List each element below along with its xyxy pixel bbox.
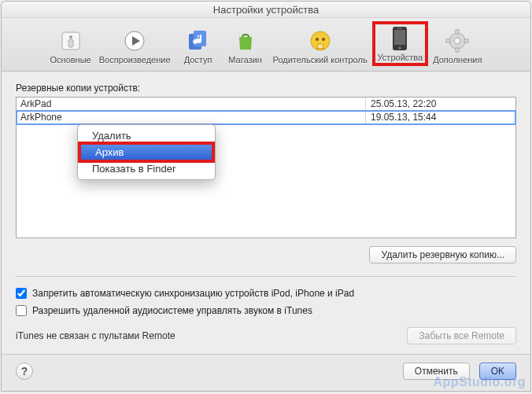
play-icon (119, 28, 150, 54)
switch-icon (55, 28, 87, 54)
iphone-icon (384, 25, 416, 52)
svg-rect-17 (456, 30, 459, 34)
tab-label: Родительский контроль (273, 55, 368, 64)
menu-archive[interactable]: Архив (81, 145, 212, 160)
svg-rect-14 (397, 28, 402, 29)
tab-label: Основные (50, 55, 91, 64)
table-row[interactable]: ArkPhone 19.05.13, 15:44 (17, 111, 515, 124)
tab-label: Магазин (228, 55, 261, 64)
backups-list[interactable]: ArkPad 25.05.13, 22:20 ArkPhone 19.05.13… (16, 97, 516, 238)
tab-playback[interactable]: Воспроизведение (96, 26, 174, 66)
bag-icon (230, 28, 261, 54)
svg-rect-18 (456, 48, 459, 52)
svg-point-9 (322, 38, 325, 41)
tab-label: Доступ (184, 55, 212, 64)
tab-advanced[interactable]: Дополнения (430, 26, 485, 66)
remote-status: iTunes не связан с пультами Remote (16, 330, 175, 341)
toolbar: Основные Воспроизведение Доступ Магазин … (2, 18, 530, 72)
backups-label: Резервные копии устройств: (16, 83, 516, 94)
tab-general[interactable]: Основные (47, 26, 94, 66)
svg-rect-20 (464, 39, 468, 42)
svg-point-8 (316, 38, 319, 41)
tab-label: Дополнения (433, 55, 482, 64)
device-name: ArkPhone (17, 111, 366, 124)
backup-date: 19.05.13, 15:44 (366, 111, 515, 124)
content-area: Резервные копии устройств: ArkPad 25.05.… (2, 72, 530, 354)
checkbox[interactable] (16, 288, 27, 299)
checkbox-label: Запретить автоматическую синхронизацию у… (32, 288, 354, 299)
check-disable-autosync[interactable]: Запретить автоматическую синхронизацию у… (16, 288, 516, 299)
help-button[interactable]: ? (16, 363, 33, 380)
separator (16, 276, 516, 277)
gear-icon (441, 28, 473, 54)
tab-parental[interactable]: Родительский контроль (270, 26, 371, 66)
tab-label: Воспроизведение (99, 55, 171, 64)
forget-remote-button[interactable]: Забыть все Remote (407, 327, 516, 344)
svg-rect-19 (446, 39, 450, 42)
svg-point-16 (454, 38, 460, 44)
device-name: ArkPad (17, 98, 366, 111)
ok-button[interactable]: OK (479, 363, 516, 380)
svg-point-1 (69, 35, 72, 39)
footer: ? Отменить OK (2, 354, 530, 391)
checkbox-label: Разрешить удаленной аудиосистеме управля… (32, 305, 312, 316)
cancel-button[interactable]: Отменить (403, 363, 470, 380)
backup-date: 25.05.13, 22:20 (366, 98, 515, 111)
context-menu: Удалить Архив Показать в Finder (77, 124, 216, 180)
tab-devices[interactable]: Устройства (372, 21, 429, 66)
svg-point-13 (399, 46, 401, 49)
svg-rect-2 (68, 39, 73, 47)
svg-rect-12 (394, 30, 405, 45)
window-title: Настройки устройства (2, 2, 530, 18)
check-remote-audio[interactable]: Разрешить удаленной аудиосистеме управля… (16, 305, 516, 316)
music-docs-icon (183, 28, 214, 54)
delete-backup-button[interactable]: Удалить резервную копию... (369, 246, 516, 263)
tab-sharing[interactable]: Доступ (175, 26, 221, 66)
tab-store[interactable]: Магазин (223, 26, 268, 66)
checkbox[interactable] (16, 305, 27, 316)
settings-window: Настройки устройства Основные Воспроизве… (1, 1, 531, 392)
tab-label: Устройства (378, 53, 423, 62)
svg-rect-10 (317, 44, 323, 49)
menu-show-in-finder[interactable]: Показать в Finder (78, 161, 215, 176)
parental-icon (305, 28, 336, 54)
table-row[interactable]: ArkPad 25.05.13, 22:20 (17, 98, 515, 111)
